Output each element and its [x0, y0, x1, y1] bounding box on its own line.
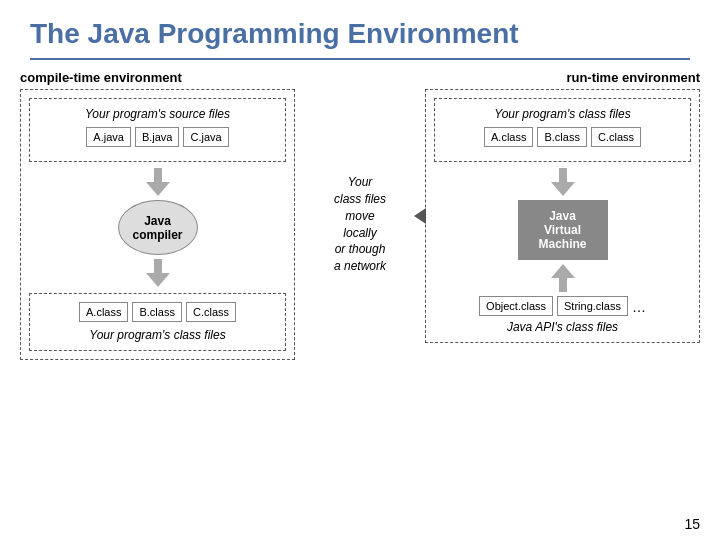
main-panels: Your program's source files A.java B.jav… [0, 89, 720, 360]
api-files-row: Object.class String.class … [434, 296, 691, 316]
arrow-down-3 [434, 168, 691, 196]
run-time-label: run-time environment [415, 70, 700, 85]
out-b-class: B.class [132, 302, 181, 322]
runtime-class-files-box: Your program's class files A.class B.cla… [434, 98, 691, 162]
source-files-row: A.java B.java C.java [38, 127, 277, 147]
api-label: Java API's class files [434, 320, 691, 334]
java-compiler-box: Javacompiler [118, 200, 198, 255]
compiler-container: Javacompiler [29, 200, 286, 255]
compile-panel: Your program's source files A.java B.jav… [20, 89, 295, 360]
ellipsis: … [632, 297, 646, 315]
center-col: Yourclass filesmovelocallyor thougha net… [305, 89, 415, 360]
page-number: 15 [684, 516, 700, 532]
jvm-box: JavaVirtualMachine [518, 200, 608, 260]
arrow-head-1 [146, 182, 170, 196]
arrow-head-2 [146, 273, 170, 287]
file-c-java: C.java [183, 127, 228, 147]
rt-c-class: C.class [591, 127, 641, 147]
arrow-head-3 [551, 182, 575, 196]
move-text: Yourclass filesmovelocallyor thougha net… [305, 144, 415, 305]
arrow-up-head-1 [551, 264, 575, 278]
file-a-java: A.java [86, 127, 131, 147]
title-divider [30, 58, 690, 60]
jvm-container: JavaVirtualMachine [434, 200, 691, 260]
labels-row: compile-time environment run-time enviro… [0, 70, 720, 85]
arrow-up-1 [434, 264, 691, 292]
arrow-shaft-2 [154, 259, 162, 273]
runtime-panel: Your program's class files A.class B.cla… [425, 89, 700, 360]
arrow-shaft-3 [559, 168, 567, 182]
rt-a-class: A.class [484, 127, 533, 147]
file-b-java: B.java [135, 127, 180, 147]
runtime-class-files-label: Your program's class files [443, 107, 682, 121]
source-files-box: Your program's source files A.java B.jav… [29, 98, 286, 162]
arrow-up-shaft-1 [559, 278, 567, 292]
left-arrow-icon [414, 208, 426, 224]
object-class: Object.class [479, 296, 553, 316]
compile-time-label: compile-time environment [20, 70, 305, 85]
runtime-dashed-box: Your program's class files A.class B.cla… [425, 89, 700, 343]
output-files-box: A.class B.class C.class Your program's c… [29, 293, 286, 351]
source-files-label: Your program's source files [38, 107, 277, 121]
arrow-shaft-1 [154, 168, 162, 182]
compile-dashed-box: Your program's source files A.java B.jav… [20, 89, 295, 360]
page-title: The Java Programming Environment [0, 0, 720, 58]
runtime-class-files-row: A.class B.class C.class [443, 127, 682, 147]
output-files-label: Your program's class files [38, 328, 277, 342]
string-class: String.class [557, 296, 628, 316]
out-a-class: A.class [79, 302, 128, 322]
arrow-down-1 [29, 168, 286, 196]
output-files-row: A.class B.class C.class [38, 302, 277, 322]
rt-b-class: B.class [537, 127, 586, 147]
arrow-down-2 [29, 259, 286, 287]
out-c-class: C.class [186, 302, 236, 322]
